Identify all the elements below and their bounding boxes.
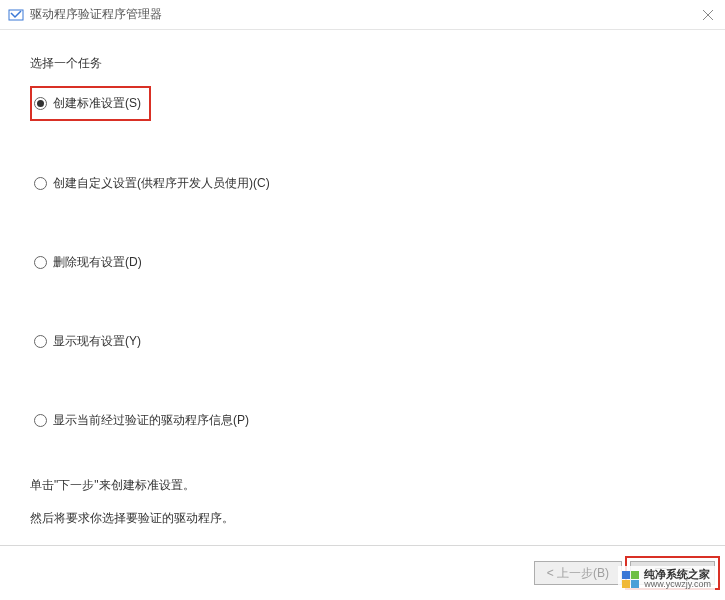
logo-square	[631, 571, 639, 579]
radio-indicator	[34, 256, 47, 269]
app-icon	[8, 7, 24, 23]
section-label: 选择一个任务	[30, 55, 695, 72]
back-button: < 上一步(B)	[534, 561, 622, 585]
watermark-logo-icon	[622, 571, 639, 588]
radio-display-existing[interactable]: 显示现有设置(Y)	[34, 333, 695, 350]
radio-label: 显示当前经过验证的驱动程序信息(P)	[53, 412, 249, 429]
button-bar: < 上一步(B) 下一页	[0, 545, 725, 600]
radio-indicator	[34, 414, 47, 427]
logo-square	[622, 571, 630, 579]
watermark-url: www.ycwzjy.com	[644, 580, 711, 590]
instruction-text: 单击"下一步"来创建标准设置。	[30, 476, 695, 495]
radio-indicator	[34, 177, 47, 190]
logo-square	[631, 580, 639, 588]
content-area: 选择一个任务 创建标准设置(S) 创建自定义设置(供程序开发人员使用)(C) 删…	[0, 30, 725, 528]
watermark-text: 纯净系统之家 www.ycwzjy.com	[644, 568, 711, 590]
task-radio-group: 创建标准设置(S) 创建自定义设置(供程序开发人员使用)(C) 删除现有设置(D…	[30, 86, 695, 429]
radio-label: 创建标准设置(S)	[53, 95, 141, 112]
radio-display-verified[interactable]: 显示当前经过验证的驱动程序信息(P)	[34, 412, 695, 429]
instructions: 单击"下一步"来创建标准设置。 然后将要求你选择要验证的驱动程序。	[30, 476, 695, 528]
logo-square	[622, 580, 630, 588]
instruction-text: 然后将要求你选择要验证的驱动程序。	[30, 509, 695, 528]
radio-label: 删除现有设置(D)	[53, 254, 142, 271]
radio-create-custom[interactable]: 创建自定义设置(供程序开发人员使用)(C)	[34, 175, 695, 192]
radio-delete-existing[interactable]: 删除现有设置(D)	[34, 254, 695, 271]
close-icon[interactable]	[699, 6, 717, 24]
radio-create-standard[interactable]: 创建标准设置(S)	[30, 86, 151, 121]
radio-label: 显示现有设置(Y)	[53, 333, 141, 350]
radio-indicator	[34, 335, 47, 348]
radio-indicator	[34, 97, 47, 110]
radio-label: 创建自定义设置(供程序开发人员使用)(C)	[53, 175, 270, 192]
window-title: 驱动程序验证程序管理器	[30, 6, 162, 23]
titlebar: 驱动程序验证程序管理器	[0, 0, 725, 30]
watermark: 纯净系统之家 www.ycwzjy.com	[618, 566, 715, 592]
